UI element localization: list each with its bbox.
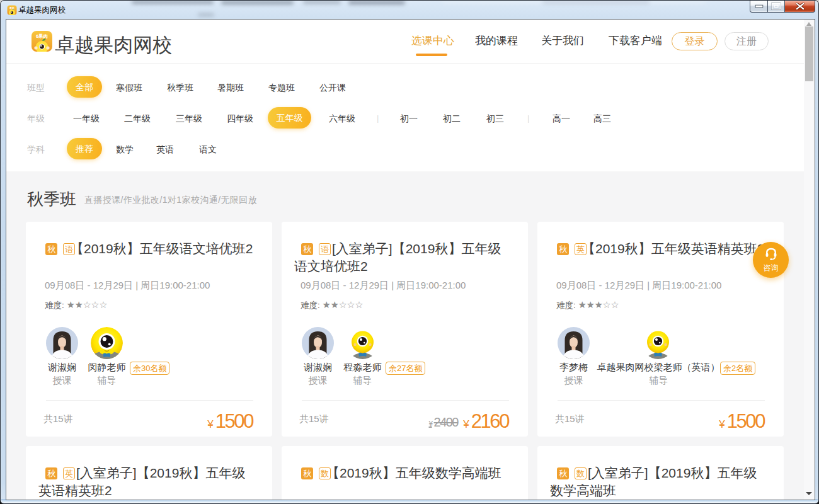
svg-text:6果肉: 6果肉	[36, 33, 48, 39]
